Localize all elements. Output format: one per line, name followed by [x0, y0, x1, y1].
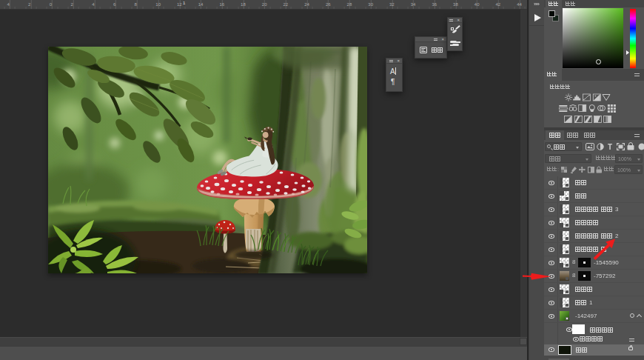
svg-text:+: + — [594, 93, 597, 98]
